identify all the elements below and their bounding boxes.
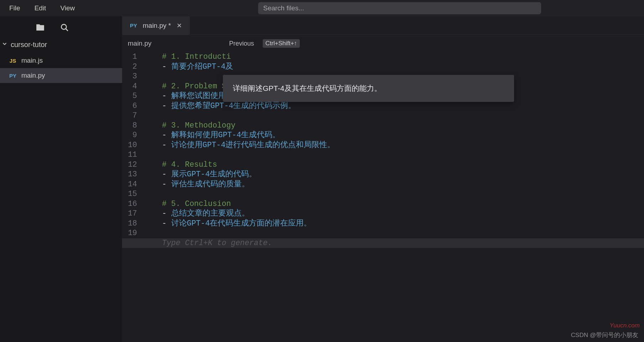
line-number: 5: [122, 91, 137, 101]
line-number: 7: [122, 111, 137, 121]
line-number: 15: [122, 189, 137, 199]
prev-button[interactable]: Previous: [229, 40, 254, 47]
svg-line-1: [66, 29, 68, 31]
line-number: 14: [122, 180, 137, 190]
menu-edit[interactable]: Edit: [27, 1, 53, 15]
code-line[interactable]: - 展示GPT-4生成的代码。: [143, 170, 644, 180]
menu-file[interactable]: File: [2, 1, 27, 15]
code-line[interactable]: - 评估生成代码的质量。: [143, 180, 644, 190]
code-line[interactable]: # 3. Methodology: [143, 121, 644, 131]
code-line[interactable]: [143, 150, 644, 160]
line-number: 18: [122, 219, 137, 229]
code-line[interactable]: [143, 111, 644, 121]
code-line[interactable]: # 4. Results: [143, 160, 644, 170]
search-input[interactable]: Search files...: [258, 2, 541, 14]
code-line[interactable]: - 解释如何使用GPT-4生成代码。: [143, 130, 644, 140]
line-number: 19: [122, 228, 137, 238]
tab[interactable]: PYmain.py *✕: [122, 16, 190, 35]
breadcrumb-file[interactable]: main.py: [128, 40, 152, 47]
watermark-site: Yuucn.com: [610, 322, 640, 329]
line-number: 6: [122, 101, 137, 111]
line-number: 9: [122, 130, 137, 140]
watermark-author: CSDN @带问号的小朋友: [571, 331, 638, 339]
close-icon[interactable]: ✕: [175, 21, 183, 30]
chevron-down-icon: [1, 41, 8, 49]
menu-bar: File Edit View: [2, 1, 82, 15]
file-row[interactable]: JSmain.js: [0, 53, 122, 68]
shortcut-hint: Ctrl+Shift+↑: [263, 39, 300, 48]
code-line[interactable]: - 提供您希望GPT-4生成的代码示例。: [143, 101, 644, 111]
line-number: 11: [122, 150, 137, 160]
code-line[interactable]: - 总结文章的主要观点。: [143, 209, 644, 219]
menu-view[interactable]: View: [53, 1, 82, 15]
code-line[interactable]: - 简要介绍GPT-4及: [143, 62, 644, 72]
file-badge: JS: [8, 58, 18, 64]
line-number: 4: [122, 82, 137, 92]
code-line[interactable]: # 1. Introducti: [143, 52, 644, 62]
tab-label: main.py *: [143, 22, 171, 30]
code-line[interactable]: [143, 228, 644, 238]
ai-suggestion-popup[interactable]: 详细阐述GPT-4及其在生成代码方面的能力。: [223, 75, 514, 102]
file-tree: JSmain.jsPYmain.py: [0, 53, 122, 83]
folder-name: cursor-tutor: [11, 41, 47, 49]
file-name: main.js: [21, 57, 43, 64]
breadcrumb: main.py Previous Ctrl+Shift+↑: [122, 35, 644, 52]
line-number: 17: [122, 209, 137, 219]
line-number: 3: [122, 72, 137, 82]
line-number: 8: [122, 121, 137, 131]
file-row[interactable]: PYmain.py: [0, 68, 122, 83]
code-line[interactable]: # 5. Conclusion: [143, 199, 644, 209]
search-icon[interactable]: [60, 23, 69, 32]
tab-badge: PY: [129, 22, 138, 28]
line-number: 13: [122, 170, 137, 180]
line-number: 12: [122, 160, 137, 170]
code-line[interactable]: [143, 189, 644, 199]
line-number: 1: [122, 52, 137, 62]
line-number: 10: [122, 140, 137, 150]
explorer-icon[interactable]: [36, 23, 45, 32]
file-badge: PY: [8, 73, 18, 79]
code-line[interactable]: Type Ctrl+K to generate.: [122, 238, 644, 248]
code-line[interactable]: - 讨论GPT-4在代码生成方面的潜在应用。: [143, 219, 644, 229]
code-line[interactable]: - 讨论使用GPT-4进行代码生成的优点和局限性。: [143, 140, 644, 150]
tabs-bar: PYmain.py *✕: [122, 16, 644, 35]
line-number: 16: [122, 199, 137, 209]
sidebar: cursor-tutor JSmain.jsPYmain.py: [0, 16, 122, 342]
file-name: main.py: [21, 72, 45, 79]
folder-header[interactable]: cursor-tutor: [0, 38, 122, 51]
svg-point-0: [61, 24, 66, 29]
line-number: 2: [122, 62, 137, 72]
titlebar: File Edit View Search files...: [0, 0, 644, 16]
